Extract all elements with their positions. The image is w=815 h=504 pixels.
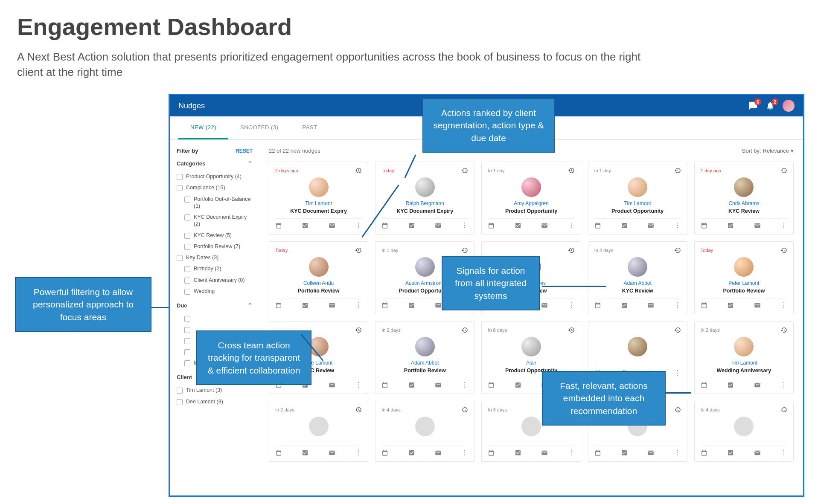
calendar-icon[interactable] — [701, 449, 707, 456]
checkbox[interactable] — [177, 388, 183, 394]
nudge-card[interactable]: In 2 days Adam Abbot Portfolio Review ⋮ — [375, 321, 474, 394]
checkbox[interactable] — [184, 360, 190, 366]
nudge-card[interactable]: Today Colleen Andu Portfolio Review ⋮ — [269, 241, 368, 314]
mail-icon[interactable] — [435, 382, 442, 388]
nudge-card[interactable]: In 2 days ⋮ — [269, 401, 368, 462]
task-icon[interactable] — [727, 382, 734, 388]
client-name[interactable]: Colleen Andu — [303, 280, 334, 286]
history-icon[interactable] — [674, 167, 681, 174]
calendar-icon[interactable] — [381, 222, 388, 229]
more-icon[interactable]: ⋮ — [674, 302, 681, 309]
history-icon[interactable] — [674, 247, 681, 254]
history-icon[interactable] — [780, 406, 787, 413]
checkbox[interactable] — [184, 244, 190, 250]
calendar-icon[interactable] — [701, 222, 707, 229]
mail-icon[interactable] — [754, 222, 761, 229]
mail-icon[interactable] — [329, 302, 335, 309]
more-icon[interactable]: ⋮ — [568, 449, 575, 456]
mail-icon[interactable] — [329, 382, 335, 388]
calendar-icon[interactable] — [701, 302, 707, 309]
client-name[interactable]: Peter Lamont — [728, 280, 759, 286]
calendar-icon[interactable] — [488, 382, 495, 388]
nudge-card[interactable]: In 2 days Adam Abbot KYC Review ⋮ — [588, 241, 687, 314]
history-icon[interactable] — [568, 167, 575, 174]
mail-icon[interactable] — [435, 222, 442, 229]
filter-section-due[interactable]: Due ⌃ — [177, 302, 253, 309]
history-icon[interactable] — [780, 327, 787, 333]
mail-icon[interactable] — [754, 302, 761, 309]
history-icon[interactable] — [461, 327, 468, 333]
calendar-icon[interactable] — [381, 449, 388, 456]
mail-icon[interactable] — [754, 449, 761, 456]
mail-icon[interactable] — [647, 302, 654, 309]
history-icon[interactable] — [568, 327, 575, 333]
checkbox[interactable] — [184, 316, 190, 322]
history-icon[interactable] — [355, 247, 362, 254]
checkbox[interactable] — [184, 233, 190, 239]
client-name[interactable]: Amy Appelgren — [514, 200, 548, 206]
filter-item[interactable]: Portfolio Out-of-Balance (1) — [177, 194, 253, 212]
task-icon[interactable] — [621, 449, 628, 456]
checkbox[interactable] — [184, 266, 190, 272]
more-icon[interactable]: ⋮ — [780, 449, 787, 456]
history-icon[interactable] — [780, 167, 787, 174]
nudge-card[interactable]: 2 days ago Tim Lamont KYC Document Expir… — [269, 162, 368, 235]
history-icon[interactable] — [355, 167, 362, 174]
mail-icon[interactable] — [329, 449, 335, 456]
checkbox[interactable] — [184, 338, 190, 344]
mail-icon[interactable] — [435, 449, 442, 456]
history-icon[interactable] — [780, 247, 787, 254]
history-icon[interactable] — [461, 406, 468, 413]
bell-icon[interactable]: 2 — [766, 101, 775, 110]
more-icon[interactable]: ⋮ — [674, 370, 681, 377]
client-name[interactable]: Adam Abbot — [411, 360, 439, 366]
checkbox[interactable] — [177, 185, 183, 191]
filter-item[interactable]: Dee Lamont (3) — [177, 396, 253, 407]
tab[interactable]: PAST — [290, 116, 329, 139]
checkbox[interactable] — [184, 327, 190, 333]
filter-item[interactable]: Birthday (2) — [177, 263, 253, 274]
more-icon[interactable]: ⋮ — [674, 449, 681, 456]
calendar-icon[interactable] — [488, 222, 495, 229]
filter-item[interactable]: Wedding — [177, 286, 253, 297]
history-icon[interactable] — [674, 406, 681, 413]
client-name[interactable]: Adam Abbot — [624, 280, 652, 286]
history-icon[interactable] — [461, 247, 468, 254]
reset-button[interactable]: RESET — [236, 148, 253, 154]
checkbox[interactable] — [177, 399, 183, 405]
calendar-icon[interactable] — [594, 449, 601, 456]
client-name[interactable]: Tim Lamont — [305, 200, 332, 206]
calendar-icon[interactable] — [594, 222, 601, 229]
filter-item[interactable] — [177, 313, 253, 324]
task-icon[interactable] — [727, 449, 734, 456]
task-icon[interactable] — [302, 222, 309, 229]
filter-section-categories[interactable]: Categories ⌃ — [177, 160, 253, 167]
client-name[interactable]: Ralph Bergmann — [406, 200, 444, 206]
nudge-card[interactable]: In 1 day Tim Lamont Product Opportunity … — [588, 162, 687, 235]
tab[interactable]: NEW (22) — [178, 116, 228, 139]
checkbox[interactable] — [184, 289, 190, 295]
history-icon[interactable] — [355, 327, 362, 333]
more-icon[interactable]: ⋮ — [355, 302, 362, 309]
checkbox[interactable] — [184, 214, 190, 220]
mail-icon[interactable] — [754, 382, 761, 388]
checkbox[interactable] — [177, 255, 183, 261]
more-icon[interactable]: ⋮ — [568, 302, 575, 309]
calendar-icon[interactable] — [594, 302, 601, 309]
checkbox[interactable] — [177, 174, 183, 180]
task-icon[interactable] — [408, 222, 415, 229]
task-icon[interactable] — [408, 449, 415, 456]
calendar-icon[interactable] — [488, 449, 495, 456]
nudge-card[interactable]: Today Peter Lamont Portfolio Review ⋮ — [694, 241, 794, 314]
task-icon[interactable] — [408, 382, 415, 388]
task-icon[interactable] — [727, 302, 734, 309]
filter-item[interactable]: KYC Document Expiry (2) — [177, 211, 253, 230]
client-name[interactable]: Austin Armstrong — [405, 280, 444, 286]
calendar-icon[interactable] — [275, 449, 282, 456]
user-avatar[interactable] — [783, 100, 795, 112]
filter-item[interactable]: Compliance (15) — [177, 182, 253, 193]
client-name[interactable]: Tim Lamont — [624, 200, 651, 206]
tab[interactable]: SNOOZED (3) — [228, 116, 290, 139]
history-icon[interactable] — [568, 247, 575, 254]
filter-item[interactable]: Client Anniversary (0) — [177, 275, 253, 286]
